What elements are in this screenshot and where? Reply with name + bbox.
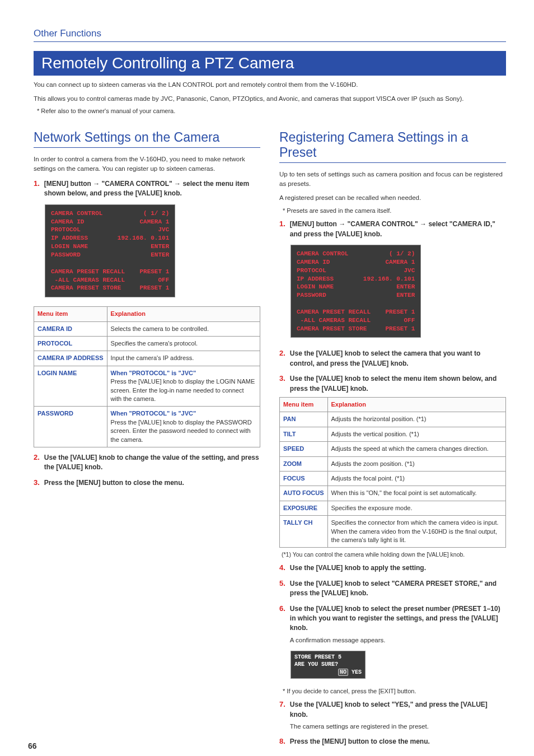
footnote: (*1) You can control the camera while ho… bbox=[282, 551, 506, 558]
table-row: EXPOSURESpecifies the exposure mode. bbox=[280, 501, 506, 515]
fragment: Press the [VALUE] knob to display the PA… bbox=[111, 419, 252, 443]
left-step-1: 1. [MENU] button → "CAMERA CONTROL" → se… bbox=[34, 179, 260, 199]
table-cell-expl: Selects the camera to be controlled. bbox=[107, 321, 260, 336]
right-intro-1: Up to ten sets of settings such as camer… bbox=[279, 170, 506, 189]
left-step-2: 2. Use the [VALUE] knob to change the va… bbox=[34, 453, 260, 473]
table-cell-expl: Adjusts the focal point. (*1) bbox=[327, 471, 505, 486]
breadcrumb: Other Functions bbox=[34, 28, 506, 42]
table-header-item: Menu item bbox=[280, 398, 328, 412]
table-cell-label: CAMERA IP ADDRESS bbox=[34, 351, 107, 366]
right-column: Registering Camera Settings in a Preset … bbox=[279, 130, 506, 747]
table-cell-label: PROTOCOL bbox=[34, 337, 107, 351]
table-row: PASSWORD When "PROTOCOL" is "JVC" Press … bbox=[34, 407, 260, 447]
table-cell-label: FOCUS bbox=[280, 471, 328, 486]
confirm-terminal: STORE PRESET 5 ARE YOU SURE? NO YES bbox=[291, 651, 366, 679]
right-step-3: 3. Use the [VALUE] knob to select the me… bbox=[279, 374, 506, 394]
step-text: Use the [VALUE] knob to select the camer… bbox=[290, 349, 506, 368]
right-intro-2: A registered preset can be recalled when… bbox=[279, 193, 506, 203]
table-row: PROTOCOL Specifies the camera's protocol… bbox=[34, 337, 260, 351]
fragment: Use the [VALUE] knob to select the prese… bbox=[290, 605, 500, 632]
page-number: 66 bbox=[28, 741, 37, 750]
fragment: ARE YOU SURE? bbox=[294, 661, 338, 668]
section-title-preset: Registering Camera Settings in a Preset bbox=[279, 130, 506, 163]
arrow-icon: → bbox=[93, 180, 100, 188]
step-text: [MENU] button → "CAMERA CONTROL" → selec… bbox=[290, 220, 506, 239]
terminal-screenshot: CAMERA CONTROL ( 1/ 2) CAMERA ID CAMERA … bbox=[291, 245, 421, 338]
table-cell-expl: When "PROTOCOL" is "JVC" Press the [VALU… bbox=[107, 366, 260, 407]
step-number: 4. bbox=[279, 563, 285, 572]
step-text: Use the [VALUE] knob to change the value… bbox=[44, 453, 260, 473]
right-menu-table: Menu item Explanation PANAdjusts the hor… bbox=[279, 397, 506, 548]
step-text: Use the [VALUE] knob to apply the settin… bbox=[290, 563, 426, 573]
table-cell-expl: Specifies the camera's protocol. bbox=[107, 337, 260, 351]
fragment: [MENU] button bbox=[44, 180, 93, 188]
step-sub: A confirmation message appears. bbox=[290, 636, 506, 645]
fragment: STORE PRESET 5 bbox=[294, 654, 341, 660]
right-intro-note: * Presets are saved in the camera itself… bbox=[283, 207, 506, 214]
table-cell-expl: When "PROTOCOL" is "JVC" Press the [VALU… bbox=[107, 407, 260, 447]
right-step-7: 7. Use the [VALUE] knob to select "YES,"… bbox=[279, 700, 506, 731]
table-cell-label: TILT bbox=[280, 427, 328, 441]
step-text: Press the [MENU] button to close the men… bbox=[44, 478, 184, 488]
cancel-note: * If you decide to cancel, press the [EX… bbox=[283, 688, 506, 694]
intro-line-1: You can connect up to sixteen cameras vi… bbox=[34, 80, 506, 90]
table-cell-label: PAN bbox=[280, 412, 328, 427]
left-menu-table: Menu item Explanation CAMERA ID Selects … bbox=[34, 306, 260, 447]
table-header-item: Menu item bbox=[34, 307, 107, 321]
step-number: 3. bbox=[34, 478, 40, 487]
arrow-icon: → bbox=[420, 220, 427, 228]
step-number: 5. bbox=[279, 579, 285, 587]
table-row: CAMERA IP ADDRESS Input the camera's IP … bbox=[34, 351, 260, 366]
intro-line-2: This allows you to control cameras made … bbox=[34, 94, 506, 104]
table-cell-expl: Input the camera's IP address. bbox=[107, 351, 260, 366]
fragment: Use the [VALUE] knob to select "YES," an… bbox=[290, 701, 488, 718]
table-cell-label: TALLY CH bbox=[280, 516, 328, 548]
table-cell-expl: Specifies the exposure mode. bbox=[327, 501, 505, 515]
step-number: 1. bbox=[279, 220, 285, 228]
table-cell-label: ZOOM bbox=[280, 456, 328, 471]
left-column: Network Settings on the Camera In order … bbox=[34, 130, 260, 747]
step-number: 2. bbox=[34, 453, 40, 461]
step-number: 3. bbox=[279, 374, 285, 382]
right-step-2: 2. Use the [VALUE] knob to select the ca… bbox=[279, 349, 506, 368]
table-row: SPEEDAdjusts the speed at which the came… bbox=[280, 442, 506, 456]
table-row: ZOOMAdjusts the zoom position. (*1) bbox=[280, 456, 506, 471]
table-row: PANAdjusts the horizontal position. (*1) bbox=[280, 412, 506, 427]
intro-note: * Refer also to the owner's manual of yo… bbox=[37, 108, 506, 114]
step-number: 7. bbox=[279, 700, 285, 708]
arrow-icon: → bbox=[339, 220, 345, 228]
step-text: Use the [VALUE] knob to select "YES," an… bbox=[290, 700, 506, 731]
table-header-explanation: Explanation bbox=[107, 307, 260, 321]
fragment: "CAMERA CONTROL" bbox=[100, 180, 174, 188]
table-cell-label: CAMERA ID bbox=[34, 321, 107, 336]
right-step-8: 8. Press the [MENU] button to close the … bbox=[279, 737, 506, 746]
table-cell-label: SPEED bbox=[280, 442, 328, 456]
table-cell-expl: Adjusts the zoom position. (*1) bbox=[327, 456, 505, 471]
terminal-screenshot: CAMERA CONTROL ( 1/ 2) CAMERA ID CAMERA … bbox=[45, 204, 175, 297]
right-step-6: 6. Use the [VALUE] knob to select the pr… bbox=[279, 604, 506, 645]
table-cell-label: EXPOSURE bbox=[280, 501, 328, 515]
page-title: Remotely Controlling a PTZ Camera bbox=[34, 51, 506, 76]
fragment: "CAMERA CONTROL" bbox=[345, 220, 420, 228]
step-text: Use the [VALUE] knob to select the menu … bbox=[290, 374, 506, 394]
right-step-1: 1. [MENU] button → "CAMERA CONTROL" → se… bbox=[279, 220, 506, 239]
step-text: Use the [VALUE] knob to select the prese… bbox=[290, 604, 506, 645]
table-cell-expl: Adjusts the speed at which the camera ch… bbox=[327, 442, 505, 456]
step-sub: The camera settings are registered in th… bbox=[290, 722, 506, 731]
confirm-no: NO bbox=[338, 669, 348, 676]
table-cell-expl: Adjusts the vertical position. (*1) bbox=[327, 427, 505, 441]
right-step-4: 4. Use the [VALUE] knob to apply the set… bbox=[279, 563, 506, 573]
table-header-explanation: Explanation bbox=[327, 398, 505, 412]
condition: When "PROTOCOL" is "JVC" bbox=[111, 370, 196, 376]
table-row: FOCUSAdjusts the focal point. (*1) bbox=[280, 471, 506, 486]
section-title-network: Network Settings on the Camera bbox=[34, 130, 260, 148]
table-row: LOGIN NAME When "PROTOCOL" is "JVC" Pres… bbox=[34, 366, 260, 407]
step-number: 6. bbox=[279, 604, 285, 613]
table-row: TALLY CHSpecifies the connector from whi… bbox=[280, 516, 506, 548]
table-cell-label: LOGIN NAME bbox=[34, 366, 107, 407]
table-cell-label: PASSWORD bbox=[34, 407, 107, 447]
table-row: TILTAdjusts the vertical position. (*1) bbox=[280, 427, 506, 441]
table-cell-label: AUTO FOCUS bbox=[280, 486, 328, 501]
step-text: Press the [MENU] button to close the men… bbox=[290, 737, 430, 746]
confirm-yes: YES bbox=[348, 669, 362, 675]
